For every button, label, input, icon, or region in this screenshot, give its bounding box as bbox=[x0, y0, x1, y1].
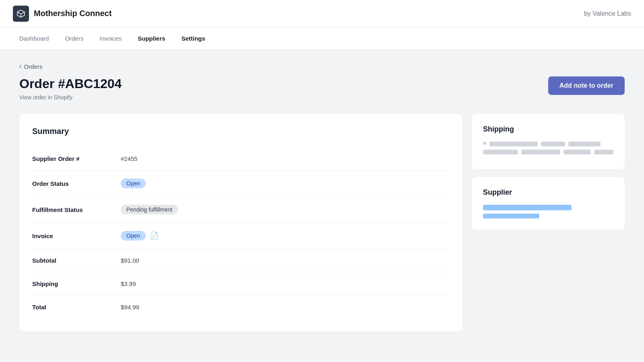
main-layout: Summary Supplier Order # #2455 Order Sta… bbox=[19, 114, 625, 331]
fulfillment-status-badge: Pending fulfillment bbox=[121, 205, 178, 214]
nav-suppliers[interactable]: Suppliers bbox=[131, 32, 171, 45]
invoice-status-badge: Open bbox=[121, 231, 146, 241]
order-status-label: Order Status bbox=[32, 180, 121, 187]
invoice-document-icon[interactable]: 📄 bbox=[150, 231, 159, 240]
summary-title: Summary bbox=[32, 127, 449, 136]
add-note-button[interactable]: Add note to order bbox=[548, 76, 625, 95]
table-row: Fulfillment Status Pending fulfillment bbox=[32, 197, 449, 223]
order-status-badge: Open bbox=[121, 179, 146, 188]
table-row: Shipping $3.99 bbox=[32, 272, 449, 296]
supplier-card: Supplier bbox=[472, 177, 625, 230]
logo-area: Mothership Connect bbox=[13, 6, 111, 22]
summary-card: Summary Supplier Order # #2455 Order Sta… bbox=[19, 114, 462, 331]
table-row: Supplier Order # #2455 bbox=[32, 147, 449, 171]
table-row: Subtotal $91.00 bbox=[32, 249, 449, 272]
order-status-value: Open bbox=[121, 179, 146, 188]
shipping-value: $3.99 bbox=[121, 280, 136, 287]
page-header-left: Order #ABC1204 View order in Shopify bbox=[19, 76, 122, 101]
table-row: Total $94.99 bbox=[32, 296, 449, 319]
logo-icon bbox=[13, 6, 29, 22]
breadcrumb[interactable]: ‹ Orders bbox=[19, 63, 625, 70]
supplier-card-title: Supplier bbox=[483, 188, 613, 197]
nav-settings[interactable]: Settings bbox=[175, 32, 212, 45]
table-row: Invoice Open 📄 bbox=[32, 223, 449, 249]
supplier-info-blurred bbox=[483, 205, 613, 218]
page-header: Order #ABC1204 View order in Shopify Add… bbox=[19, 76, 625, 101]
nav-dashboard[interactable]: Dashboard bbox=[13, 32, 55, 45]
app-name: Mothership Connect bbox=[34, 9, 111, 18]
main-nav: Dashboard Orders Invoices Suppliers Sett… bbox=[0, 27, 644, 50]
shipping-card-title: Shipping bbox=[483, 125, 613, 134]
page-title: Order #ABC1204 bbox=[19, 76, 122, 91]
subtotal-value: $91.00 bbox=[121, 257, 139, 264]
view-shopify-link[interactable]: View order in Shopify bbox=[19, 94, 72, 101]
invoice-value: Open 📄 bbox=[121, 231, 159, 241]
back-arrow-icon: ‹ bbox=[19, 63, 21, 70]
shipping-address-blurred bbox=[483, 142, 613, 154]
total-value: $94.99 bbox=[121, 304, 139, 311]
shipping-card: Shipping bbox=[472, 114, 625, 169]
app-header: Mothership Connect by Valence Labs bbox=[0, 0, 644, 27]
nav-invoices[interactable]: Invoices bbox=[93, 32, 128, 45]
fulfillment-status-value: Pending fulfillment bbox=[121, 205, 178, 214]
total-label: Total bbox=[32, 304, 121, 311]
supplier-order-label: Supplier Order # bbox=[32, 155, 121, 162]
nav-orders[interactable]: Orders bbox=[58, 32, 90, 45]
page-content: ‹ Orders Order #ABC1204 View order in Sh… bbox=[0, 50, 644, 344]
byline-text: by Valence Labs bbox=[584, 10, 631, 17]
breadcrumb-label: Orders bbox=[24, 63, 42, 70]
invoice-label: Invoice bbox=[32, 232, 121, 239]
supplier-order-value: #2455 bbox=[121, 155, 138, 162]
fulfillment-status-label: Fulfillment Status bbox=[32, 206, 121, 213]
subtotal-label: Subtotal bbox=[32, 257, 121, 264]
table-row: Order Status Open bbox=[32, 171, 449, 197]
shipping-label: Shipping bbox=[32, 280, 121, 287]
right-sidebar: Shipping bbox=[472, 114, 625, 230]
